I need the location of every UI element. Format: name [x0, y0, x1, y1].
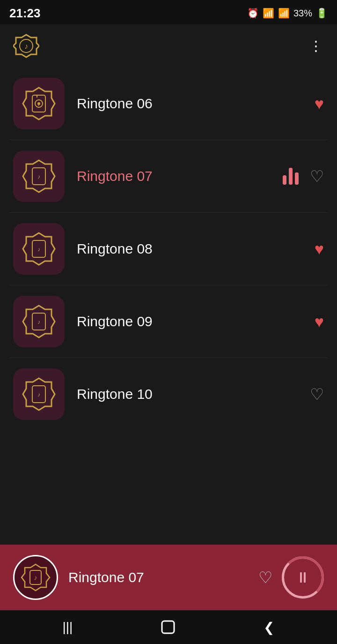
playing-indicator — [283, 168, 299, 185]
song-thumbnail: ♪ — [13, 223, 65, 275]
like-button[interactable]: ♥ — [315, 313, 324, 331]
song-thumbnail: ♪ — [13, 78, 65, 129]
song-title: Ringtone 09 — [77, 314, 315, 329]
svg-text:♪: ♪ — [37, 101, 40, 107]
status-icons: ⏰ 📶 📶 33% 🔋 — [247, 7, 328, 19]
status-time: 21:23 — [9, 6, 41, 21]
like-button[interactable]: ♡ — [310, 167, 324, 186]
song-actions: ♡ — [310, 385, 324, 404]
svg-text:♪: ♪ — [24, 42, 28, 50]
pause-button[interactable]: ⏸ — [282, 556, 324, 599]
battery-level: 33% — [293, 8, 312, 19]
song-title: Ringtone 08 — [77, 241, 315, 257]
list-item[interactable]: ♪ Ringtone 09 ♥ — [0, 285, 337, 358]
song-title: Ringtone 10 — [77, 386, 310, 402]
song-title: Ringtone 06 — [77, 96, 315, 112]
song-actions: ♥ — [315, 313, 324, 331]
home-button[interactable] — [160, 619, 176, 635]
like-button[interactable]: ♡ — [310, 385, 324, 404]
now-playing-title: Ringtone 07 — [68, 569, 258, 585]
song-title: Ringtone 07 — [77, 168, 283, 184]
list-item[interactable]: ♪ Ringtone 06 ♥ — [0, 67, 337, 140]
pause-icon: ⏸ — [295, 569, 310, 586]
recent-apps-button[interactable]: ||| — [63, 620, 73, 635]
now-playing-bar: ♪ Ringtone 07 ♡ ⏸ — [0, 545, 337, 610]
top-bar: ♪ ⋮ — [0, 24, 337, 67]
song-actions: ♥ — [315, 95, 324, 113]
now-playing-like-button[interactable]: ♡ — [258, 568, 272, 587]
like-button[interactable]: ♥ — [315, 240, 324, 258]
song-actions: ♥ — [315, 240, 324, 258]
svg-text:♪: ♪ — [37, 319, 40, 325]
bottom-nav: ||| ❮ — [0, 610, 337, 644]
signal-icon: 📶 — [278, 7, 290, 19]
song-thumbnail: ♪ — [13, 150, 65, 202]
svg-text:♪: ♪ — [34, 574, 37, 581]
svg-text:♪: ♪ — [37, 391, 40, 398]
app-logo[interactable]: ♪ — [13, 33, 39, 59]
list-item[interactable]: ♪ Ringtone 10 ♡ — [0, 358, 337, 430]
song-list: ♪ Ringtone 06 ♥ ♪ Ringtone 07 ♡ — [0, 67, 337, 529]
like-button[interactable]: ♥ — [315, 95, 324, 113]
now-playing-thumbnail: ♪ — [13, 555, 58, 600]
list-item[interactable]: ♪ Ringtone 08 ♥ — [0, 213, 337, 285]
svg-text:♪: ♪ — [37, 173, 40, 180]
back-button[interactable]: ❮ — [264, 620, 274, 635]
song-thumbnail: ♪ — [13, 296, 65, 347]
svg-rect-24 — [162, 621, 174, 633]
svg-text:♪: ♪ — [37, 246, 40, 253]
alarm-icon: ⏰ — [247, 7, 259, 19]
more-menu-button[interactable]: ⋮ — [309, 42, 324, 50]
status-bar: 21:23 ⏰ 📶 📶 33% 🔋 — [0, 0, 337, 24]
battery-icon: 🔋 — [316, 7, 328, 19]
wifi-icon: 📶 — [263, 7, 274, 19]
song-thumbnail: ♪ — [13, 368, 65, 420]
list-item[interactable]: ♪ Ringtone 07 ♡ — [0, 140, 337, 212]
song-actions: ♡ — [283, 167, 324, 186]
